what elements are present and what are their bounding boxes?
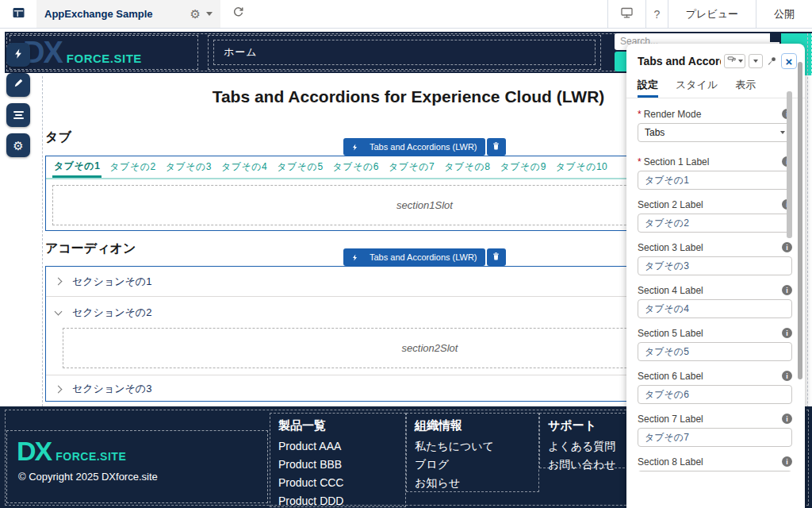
section-1-label-input[interactable] (638, 171, 792, 190)
canvas-tab-4[interactable]: タブその4 (220, 156, 269, 178)
canvas-tab-8[interactable]: タブその8 (442, 156, 492, 178)
canvas-tab-6[interactable]: タブその6 (331, 156, 381, 178)
panel-header: Tabs and Accordion... × (626, 44, 805, 74)
required-asterisk: * (638, 156, 642, 167)
panel-tab-style[interactable]: スタイル (676, 74, 718, 98)
panel-body: *Render Mode i Tabs *Section 1 Label i S… (626, 98, 805, 471)
chevron-down-icon[interactable] (206, 12, 213, 16)
field-label: Section 2 Label (638, 199, 703, 210)
header-logo-block[interactable]: DX FORCE.SITE (10, 35, 198, 70)
delete-component-button[interactable] (487, 138, 506, 156)
field-section-8-label: Section 8 Label i (638, 456, 792, 471)
info-icon[interactable]: i (782, 414, 792, 424)
accordion-section-heading: アコーディオン (45, 241, 136, 257)
builder-toolbar: AppExchange Sample ⚙ ? プレビュー 公開 (0, 0, 812, 29)
help-button[interactable]: ? (645, 0, 668, 28)
pages-icon (12, 6, 25, 22)
info-icon[interactable]: i (782, 328, 792, 338)
panel-tab-settings[interactable]: 設定 (638, 74, 658, 98)
required-asterisk: * (638, 109, 642, 120)
footer-copyright: © Copyright 2025 DXforce.site (18, 471, 267, 483)
components-button[interactable] (6, 43, 30, 67)
field-section-4-label: Section 4 Label i (638, 284, 792, 318)
info-icon[interactable]: i (782, 242, 792, 252)
component-properties-panel: Tabs and Accordion... × 設定 スタイル 表示 (626, 44, 805, 508)
info-icon[interactable]: i (782, 456, 792, 467)
chevron-right-icon (55, 385, 63, 393)
theme-button[interactable] (6, 73, 30, 97)
canvas-tab-1[interactable]: タブその1 (52, 156, 102, 178)
page-name: AppExchange Sample (44, 8, 190, 20)
info-icon[interactable]: i (782, 285, 792, 295)
close-panel-button[interactable]: × (781, 53, 797, 69)
style-picker-button[interactable] (724, 54, 745, 68)
info-icon[interactable]: i (782, 371, 792, 381)
field-section-2-label: Section 2 Label i (638, 198, 792, 233)
field-label: Section 3 Label (638, 242, 703, 253)
section-5-label-input[interactable] (638, 342, 792, 361)
delete-component-button[interactable] (487, 248, 506, 266)
canvas-tab-10[interactable]: タブその10 (554, 156, 609, 178)
canvas-tab-9[interactable]: タブその9 (499, 156, 548, 178)
nav-item-home[interactable]: ホーム (224, 45, 258, 60)
footer-logo: DX FORCE.SITE (17, 437, 267, 464)
page-selector[interactable]: AppExchange Sample ⚙ (36, 0, 220, 28)
footer-column-heading: 組織情報 (415, 418, 538, 433)
canvas-tab-2[interactable]: タブその2 (108, 156, 157, 178)
publish-button[interactable]: 公開 (756, 0, 812, 28)
site-logo: DX FORCE.SITE (23, 37, 142, 67)
accordion-label: セクションその1 (72, 275, 151, 289)
panel-menu-button[interactable] (749, 54, 763, 68)
lightning-icon (351, 253, 358, 262)
footer-link[interactable]: ブログ (415, 457, 538, 471)
footer-link[interactable]: お知らせ (415, 475, 538, 490)
preview-button[interactable]: プレビュー (668, 0, 756, 28)
footer-link[interactable]: Product DDD (278, 494, 405, 508)
trash-icon (492, 250, 500, 264)
section-4-label-input[interactable] (638, 299, 792, 318)
window-scrollbar[interactable] (798, 62, 802, 379)
footer-link[interactable]: Product AAA (278, 439, 405, 453)
nav-menu-component[interactable]: ホーム (213, 40, 596, 65)
select-value: Tabs (645, 127, 665, 138)
component-badge-label[interactable]: Tabs and Accordions (LWR) (343, 138, 485, 156)
panel-tabs: 設定 スタイル 表示 (626, 74, 805, 98)
field-label: Section 1 Label (644, 156, 710, 167)
structure-button[interactable] (6, 103, 30, 127)
field-section-5-label: Section 5 Label i (638, 327, 792, 361)
pin-icon[interactable] (767, 56, 777, 67)
section-3-label-input[interactable] (638, 256, 792, 275)
panel-tab-visibility[interactable]: 表示 (735, 74, 756, 98)
device-preview-button[interactable] (607, 0, 645, 28)
component-badge-accordion: Tabs and Accordions (LWR) (343, 248, 506, 266)
footer-logo-block[interactable]: DX FORCE.SITE © Copyright 2025 DXforce.s… (6, 430, 268, 503)
field-section-3-label: Section 3 Label i (638, 241, 792, 275)
desktop-icon (620, 6, 634, 21)
field-label: Section 7 Label (638, 414, 703, 425)
footer-link[interactable]: Product BBB (278, 457, 405, 471)
list-icon (13, 110, 24, 121)
footer-link[interactable]: 私たちについて (415, 439, 538, 453)
canvas-tab-3[interactable]: タブその3 (164, 156, 213, 178)
settings-button[interactable]: ⚙ (6, 133, 30, 157)
canvas-tab-7[interactable]: タブその7 (387, 156, 436, 178)
page-settings-gear-icon[interactable]: ⚙ (190, 8, 201, 20)
section-2-label-input[interactable] (638, 214, 792, 233)
section-7-label-input[interactable] (638, 428, 792, 447)
field-label: Render Mode (644, 109, 702, 120)
field-section-1-label: *Section 1 Label i (638, 156, 792, 190)
pages-menu-button[interactable] (0, 0, 36, 28)
gear-icon: ⚙ (13, 140, 23, 152)
trash-icon (492, 140, 500, 154)
component-badge-label[interactable]: Tabs and Accordions (LWR) (343, 248, 485, 266)
panel-scrollbar[interactable] (787, 91, 792, 238)
canvas-tab-5[interactable]: タブその5 (275, 156, 324, 178)
render-mode-select[interactable]: Tabs (638, 123, 792, 142)
footer-link[interactable]: Product CCC (278, 475, 405, 490)
section-6-label-input[interactable] (638, 385, 792, 404)
section-8-label-input[interactable] (638, 471, 792, 471)
refresh-button[interactable] (220, 0, 255, 28)
field-render-mode: *Render Mode i Tabs (638, 108, 792, 142)
preview-label: プレビュー (686, 7, 738, 21)
help-label: ? (653, 8, 660, 21)
